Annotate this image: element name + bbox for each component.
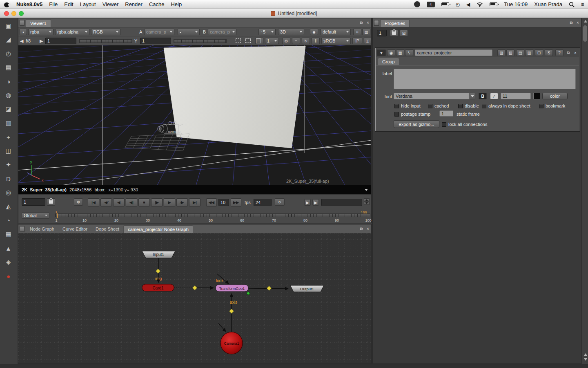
go-start-button[interactable]: |◀ [88,198,99,206]
node-graph-svg[interactable]: Input1 img Card1 look TransformGeo1 [18,233,371,364]
alpha-channel-dropdown[interactable]: rgba.alpha [55,29,89,35]
viewer-3d-viewport[interactable]: camera1_f y x 2K_Super_35(full-ap) [18,45,371,185]
float-panel-icon[interactable]: ⧉ [358,224,365,233]
gamma-field[interactable]: 1 [140,38,171,44]
proxy-scale-dropdown[interactable]: ÷5 [258,29,276,35]
render-icon[interactable]: ▶ [312,199,319,206]
tab-viewer1[interactable]: Viewer1 [26,19,51,27]
script-icon[interactable]: S [545,49,553,56]
input-source-icon[interactable]: 4 [427,2,435,7]
minimize-window-button[interactable] [11,11,16,16]
toolbar-toolsets-icon[interactable]: ◔ [0,213,17,227]
document-proxy-icon[interactable] [271,11,275,16]
app-menu[interactable]: Nuke8.0v5 [16,1,42,7]
italic-button[interactable]: ∕ [490,93,498,99]
font-family-field[interactable]: Verdana [394,93,470,99]
info-dropdown-icon[interactable] [365,189,368,191]
lock-panels-icon[interactable] [390,30,398,36]
lock-camera-icon[interactable]: ☻ [310,29,318,35]
battery-level-icon[interactable] [490,2,497,6]
float-node-panel-icon[interactable]: ⧉ [565,49,572,56]
refresh-icon[interactable]: ↻ [302,38,310,44]
menu-viewer[interactable]: Viewer [102,1,119,7]
tab-node-graph[interactable]: Node Graph [26,224,58,233]
gain-field[interactable]: 1 [45,38,76,44]
bookmark-checkbox[interactable]: bookmark [539,103,565,109]
stereo-view-dropdown[interactable]: default [321,29,351,35]
spotlight-icon[interactable] [569,1,575,8]
node-output1[interactable]: Output1 [290,285,324,292]
current-frame-field[interactable]: 1 [22,198,45,206]
fstop-prev-icon[interactable]: ◀ [20,38,23,44]
font-size-field[interactable]: 11 [501,93,531,99]
toolbar-deep-icon[interactable]: D [0,172,17,186]
redo-icon[interactable]: ▥ [525,49,533,56]
node-camera1[interactable]: Camera1 [220,332,243,354]
step-back-button[interactable]: ◀| [126,198,137,206]
label-textarea[interactable] [394,69,576,89]
font-family-dropdown-icon[interactable] [470,93,475,99]
cached-checkbox[interactable]: cached [428,103,449,109]
menubar-user[interactable]: Xuan Prada [534,1,562,7]
toolbar-views-icon[interactable]: ◎ [0,186,17,200]
toolbar-merge-icon[interactable]: ▥ [0,116,17,130]
frame-range-dropdown[interactable]: Global [22,212,49,219]
toolbar-filter-icon[interactable]: ◍ [0,88,17,102]
view-mode-dropdown[interactable]: 3D [278,29,304,35]
lock-connections-checkbox[interactable]: lock all connections [442,121,487,127]
menu-render[interactable]: Render [125,1,143,7]
close-panel-icon[interactable]: × [365,18,371,27]
jump-forward-button[interactable]: ▶▶ [231,198,241,206]
disable-checkbox[interactable]: disable [458,103,479,109]
tab-properties[interactable]: Properties [380,19,410,27]
projection-card[interactable] [164,46,305,148]
close-node-panel-icon[interactable]: × [572,49,578,56]
gain-slider[interactable] [79,39,132,43]
bold-button[interactable]: B [479,93,487,99]
toolbar-transform-icon[interactable]: + [0,130,17,144]
dope-sheet-checkbox[interactable]: always in dope sheet [482,103,530,109]
guides-icon[interactable]: ▦ [362,29,370,35]
toolbar-furnace-icon[interactable]: ▲ [0,241,17,255]
max-panels-field[interactable]: 1 [377,30,387,36]
panel-grip[interactable] [20,20,24,26]
tab-curve-editor[interactable]: Curve Editor [58,224,91,233]
timeline-playhead[interactable] [57,213,58,218]
roi-icon[interactable] [236,38,241,43]
wipe-mode-dropdown[interactable]: - [178,29,200,35]
close-panel-icon[interactable]: × [575,18,581,27]
timeline-slider[interactable] [55,213,370,217]
toolbar-plugins-icon[interactable]: ◈ [0,255,17,269]
menu-edit[interactable]: Edit [64,1,73,7]
lut-dropdown[interactable]: sRGB [321,38,351,44]
time-machine-icon[interactable]: ◴ [456,1,460,8]
input-process-toggle[interactable]: IP [352,38,362,44]
toolbar-keyer-icon[interactable]: ◪ [0,102,17,116]
tab-group[interactable]: Group [378,58,399,65]
scroll-up-icon[interactable] [584,20,587,22]
static-frame-field[interactable]: 1 [439,110,453,117]
zoom-window-button[interactable] [19,11,24,16]
menubar-clock[interactable]: Tue 16:09 [504,1,528,7]
node-name-field[interactable]: camera_projector [415,49,492,56]
play-button[interactable]: ▶ [164,198,175,206]
toolbar-other-icon[interactable]: ▦ [0,227,17,241]
toolbar-color-icon[interactable]: ◑ [0,74,17,88]
wifi-icon[interactable] [477,1,483,8]
help-icon[interactable]: ? [555,49,564,56]
fstop-next-icon[interactable]: ▶ [40,38,43,44]
input-b-dropdown[interactable]: camera_p [208,29,236,35]
cache-stepper[interactable] [364,198,370,205]
menu-help[interactable]: Help [171,1,182,7]
downres-dropdown[interactable]: 1 [265,38,279,44]
display-channels-dropdown[interactable]: RGB [91,29,120,35]
toolbar-draw-icon[interactable]: ◢ [0,33,17,47]
play-backward-button[interactable]: ◀ [113,198,125,206]
toolbar-time-icon[interactable]: ◴ [0,47,17,61]
gamma-slider[interactable] [174,39,227,43]
window-titlebar[interactable]: Untitled [modified] [0,9,588,18]
export-gizmo-button[interactable]: export as gizmo... [394,120,439,128]
loop-mode-icon[interactable]: ↻ [275,198,285,206]
format-box-icon[interactable] [245,38,251,43]
toolbar-image-icon[interactable]: ▣ [0,19,17,33]
